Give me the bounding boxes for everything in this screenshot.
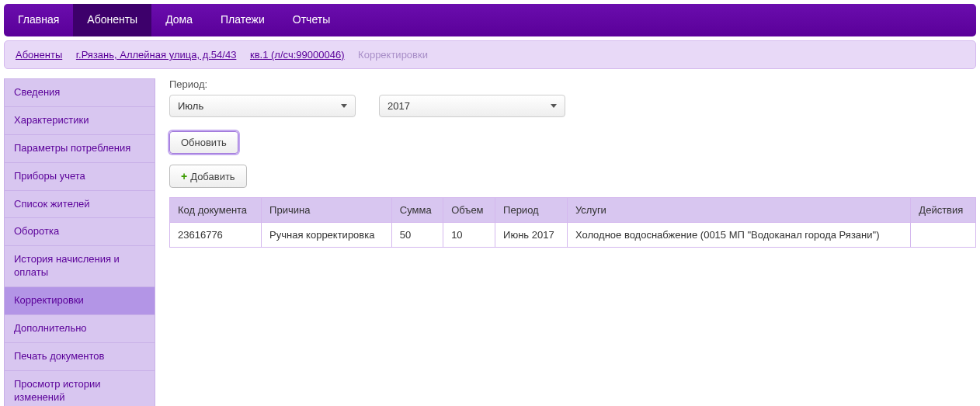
adjustments-table: Код документа Причина Сумма Объем Период…	[169, 197, 976, 248]
period-label: Период:	[169, 78, 976, 90]
add-button[interactable]: + Добавить	[169, 165, 247, 188]
cell-sum: 50	[391, 223, 443, 248]
chevron-down-icon	[341, 104, 347, 108]
breadcrumb-current: Корректировки	[358, 49, 428, 61]
col-volume: Объем	[443, 198, 495, 223]
sidebar-item-consumption[interactable]: Параметры потребления	[4, 134, 155, 163]
nav-item-houses[interactable]: Дома	[151, 4, 207, 36]
refresh-button[interactable]: Обновить	[169, 131, 238, 154]
col-service: Услуги	[567, 198, 910, 223]
cell-period: Июнь 2017	[495, 223, 568, 248]
breadcrumb-link-subscribers[interactable]: Абоненты	[16, 49, 62, 61]
breadcrumb: Абоненты г.Рязань, Аллейная улица, д.54/…	[4, 40, 976, 69]
sidebar-item-meters[interactable]: Приборы учета	[4, 162, 155, 191]
refresh-button-label: Обновить	[181, 137, 227, 148]
month-select[interactable]: Июль	[169, 95, 356, 117]
plus-icon: +	[181, 170, 187, 182]
sidebar-item-info[interactable]: Сведения	[4, 78, 155, 107]
breadcrumb-link-address[interactable]: г.Рязань, Аллейная улица, д.54/43	[76, 49, 237, 61]
sidebar-item-print[interactable]: Печать документов	[4, 342, 155, 371]
nav-item-main[interactable]: Главная	[4, 4, 73, 36]
chevron-down-icon	[551, 104, 557, 108]
nav-item-subscribers[interactable]: Абоненты	[73, 4, 151, 36]
sidebar-item-residents[interactable]: Список жителей	[4, 190, 155, 219]
nav-item-reports[interactable]: Отчеты	[279, 4, 344, 36]
content: Период: Июль 2017 Обновить + Добавить	[169, 78, 976, 406]
col-period: Период	[495, 198, 568, 223]
col-code: Код документа	[170, 198, 262, 223]
sidebar-item-history[interactable]: История начисления и оплаты	[4, 245, 155, 287]
cell-service: Холодное водоснабжение (0015 МП "Водокан…	[567, 223, 910, 248]
cell-reason: Ручная корректировка	[262, 223, 392, 248]
table-row: 23616776 Ручная корректировка 50 10 Июнь…	[170, 223, 976, 248]
cell-actions	[911, 223, 976, 248]
top-nav: Главная Абоненты Дома Платежи Отчеты	[4, 4, 976, 36]
year-select[interactable]: 2017	[379, 95, 565, 117]
add-button-label: Добавить	[190, 171, 235, 182]
breadcrumb-link-account[interactable]: кв.1 (л/сч:99000046)	[250, 49, 344, 61]
sidebar-item-additional[interactable]: Дополнительно	[4, 314, 155, 343]
sidebar-item-adjustments[interactable]: Корректировки	[4, 286, 155, 315]
col-reason: Причина	[262, 198, 392, 223]
sidebar: Сведения Характеристики Параметры потреб…	[4, 78, 155, 406]
nav-item-payments[interactable]: Платежи	[207, 4, 279, 36]
cell-code: 23616776	[170, 223, 262, 248]
col-actions: Действия	[911, 198, 976, 223]
month-value: Июль	[178, 100, 203, 112]
sidebar-item-characteristics[interactable]: Характеристики	[4, 106, 155, 135]
year-value: 2017	[387, 100, 410, 112]
sidebar-item-changelog[interactable]: Просмотр истории изменений	[4, 370, 155, 406]
cell-volume: 10	[443, 223, 495, 248]
col-sum: Сумма	[391, 198, 443, 223]
sidebar-item-turnover[interactable]: Оборотка	[4, 217, 155, 246]
